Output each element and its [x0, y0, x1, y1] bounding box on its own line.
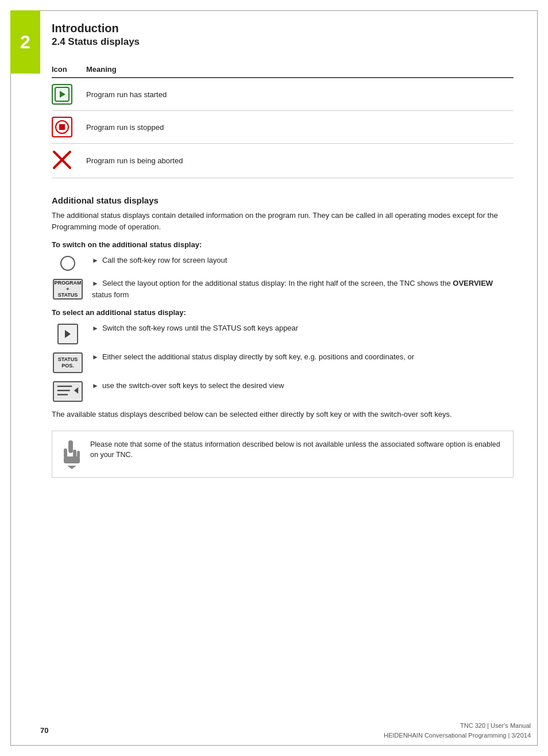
status-pos-btn: STATUS POS.: [53, 352, 83, 373]
svg-rect-12: [73, 450, 76, 458]
status-table: Icon Meaning: [52, 62, 514, 178]
svg-rect-10: [68, 440, 73, 453]
instruction-row-4: STATUS POS. ►Either select the additiona…: [52, 351, 514, 373]
additional-status-intro: The additional status displays contain d…: [52, 210, 514, 232]
circle-key: [60, 256, 75, 271]
table-cell-icon-1: [52, 78, 86, 111]
bullet-arrow-2: ►: [92, 279, 99, 287]
section-header: Introduction 2.4 Status displays: [52, 22, 514, 48]
program-status-btn: PROGRAM + STATUS: [53, 279, 83, 300]
chapter-number: 2: [20, 32, 30, 53]
svg-marker-9: [74, 387, 78, 394]
table-cell-icon-2: [52, 111, 86, 144]
section-title: Introduction: [52, 22, 514, 35]
instr-text-2: ►Select the layout option for the additi…: [92, 278, 514, 300]
arrow-right-icon: [65, 330, 71, 338]
svg-marker-1: [60, 91, 65, 98]
table-header-meaning: Meaning: [86, 62, 514, 78]
note-box: Please note that some of the status info…: [52, 431, 514, 478]
page-border-bottom: [10, 745, 538, 746]
instruction-row-2: PROGRAM + STATUS ►Select the layout opti…: [52, 278, 514, 300]
program-stop-icon: [52, 117, 72, 137]
instruction-row-1: ►Call the soft-key row for screen layout: [52, 255, 514, 271]
instruction-row-5: ►use the switch-over soft keys to select…: [52, 380, 514, 402]
footer: 70 TNC 320 | User's Manual HEIDENHAIN Co…: [40, 721, 531, 740]
table-row: Program run is being aborted: [52, 144, 514, 178]
table-cell-meaning-2: Program run is stopped: [86, 111, 514, 144]
main-content: Introduction 2.4 Status displays Icon Me…: [40, 10, 531, 518]
table-header-icon: Icon: [52, 62, 86, 78]
arrow-btn-icon: [52, 323, 84, 344]
start-svg: [54, 86, 70, 102]
table-cell-meaning-1: Program run has started: [86, 78, 514, 111]
table-cell-icon-3: [52, 144, 86, 178]
note-icon: [61, 439, 82, 469]
bullet-arrow-1: ►: [92, 256, 99, 264]
instr-text-3: ►Switch the soft-key rows until the STAT…: [92, 323, 514, 334]
switch-btn: [53, 381, 83, 402]
arrow-btn: [57, 324, 78, 344]
page-border-right: [537, 10, 538, 746]
bullet-arrow-5: ►: [92, 382, 99, 390]
chapter-tab: 2: [10, 10, 40, 74]
program-start-icon: [52, 84, 72, 105]
page-border-left: [10, 10, 11, 746]
instr-text-1: ►Call the soft-key row for screen layout: [92, 255, 514, 266]
footer-line1: TNC 320 | User's Manual: [384, 721, 531, 731]
note-finger-icon: [61, 439, 82, 469]
table-cell-meaning-3: Program run is being aborted: [86, 144, 514, 178]
footer-right: TNC 320 | User's Manual HEIDENHAIN Conve…: [384, 721, 531, 740]
bullet-arrow-3: ►: [92, 324, 99, 332]
svg-rect-14: [64, 456, 80, 463]
circle-key-icon: [52, 255, 84, 271]
abort-icon: [52, 149, 72, 170]
instruction-row-3: ►Switch the soft-key rows until the STAT…: [52, 323, 514, 344]
select-title: To select an additional status display:: [52, 308, 514, 317]
page-number: 70: [40, 726, 48, 735]
additional-status-title: Additional status displays: [52, 195, 514, 205]
switch-lines-svg: [56, 382, 79, 401]
stop-svg: [54, 119, 70, 135]
instr-text-4: ►Either select the additional status dis…: [92, 351, 514, 363]
switch-on-title: To switch on the additional status displ…: [52, 240, 514, 249]
svg-marker-15: [67, 466, 76, 469]
footer-line2: HEIDENHAIN Conversational Programming | …: [384, 731, 531, 740]
svg-rect-11: [64, 448, 67, 458]
instr-text-5: ►use the switch-over soft keys to select…: [92, 380, 514, 392]
bullet-arrow-4: ►: [92, 353, 99, 361]
section-subtitle: 2.4 Status displays: [52, 36, 514, 48]
table-row: Program run has started: [52, 78, 514, 111]
program-status-icon: PROGRAM + STATUS: [52, 278, 84, 300]
abort-svg: [52, 149, 72, 170]
status-pos-icon: STATUS POS.: [52, 351, 84, 373]
table-row: Program run is stopped: [52, 111, 514, 144]
switch-lines-icon: [52, 380, 84, 402]
bottom-text: The available status displays described …: [52, 409, 514, 420]
svg-rect-3: [59, 124, 65, 130]
note-text: Please note that some of the status info…: [90, 439, 504, 461]
